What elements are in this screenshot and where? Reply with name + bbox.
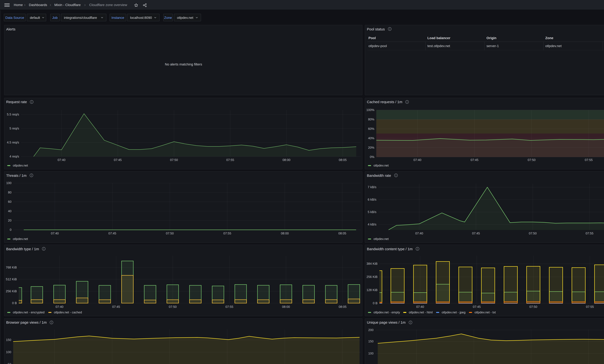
svg-text:07:50: 07:50 — [169, 305, 176, 309]
svg-text:80: 80 — [8, 190, 11, 194]
svg-text:otlpdev.net - encrypted: otlpdev.net - encrypted — [13, 311, 44, 314]
svg-text:otlpdev.net - html: otlpdev.net - html — [409, 311, 433, 314]
svg-text:08:00: 08:00 — [282, 158, 290, 162]
svg-text:08:00: 08:00 — [281, 232, 289, 235]
svg-text:otlpdev.net: otlpdev.net — [373, 163, 389, 167]
svg-text:0%: 0% — [370, 155, 374, 159]
svg-text:07:55: 07:55 — [223, 232, 231, 235]
svg-text:4 req/s: 4 req/s — [9, 154, 19, 158]
svg-text:08:05: 08:05 — [339, 305, 346, 309]
svg-text:Zone: Zone — [545, 36, 553, 40]
svg-text:08:00: 08:00 — [282, 305, 290, 309]
svg-text:384 KiB: 384 KiB — [366, 262, 378, 265]
svg-text:100%: 100% — [366, 108, 374, 112]
svg-text:5.5 req/s: 5.5 req/s — [7, 113, 19, 116]
svg-text:150: 150 — [6, 338, 11, 341]
svg-text:07:40: 07:40 — [51, 232, 59, 235]
svg-text:0: 0 — [10, 228, 11, 232]
svg-text:4 kB/s: 4 kB/s — [368, 223, 376, 226]
svg-text:07:45: 07:45 — [112, 305, 120, 309]
svg-text:20%: 20% — [368, 146, 374, 149]
svg-text:6 kB/s: 6 kB/s — [368, 198, 376, 201]
svg-text:40: 40 — [8, 209, 11, 213]
svg-text:60%: 60% — [368, 127, 374, 130]
svg-text:07:50: 07:50 — [528, 232, 537, 235]
svg-text:otlpdev.net - empty: otlpdev.net - empty — [373, 311, 400, 314]
svg-text:07:50: 07:50 — [170, 158, 178, 162]
svg-text:otlpdev.net - jpeg: otlpdev.net - jpeg — [441, 311, 466, 314]
svg-text:07:55: 07:55 — [585, 158, 592, 162]
svg-text:otlpdev.net: otlpdev.net — [13, 163, 28, 167]
svg-text:50: 50 — [8, 362, 11, 364]
svg-text:otlpdev.net: otlpdev.net — [545, 44, 562, 48]
svg-text:07:45: 07:45 — [472, 232, 480, 235]
svg-text:Load balancer: Load balancer — [427, 36, 450, 40]
svg-text:otlpdev.net - txt: otlpdev.net - txt — [474, 311, 496, 314]
svg-text:otlpdev-pool: otlpdev-pool — [368, 44, 387, 48]
svg-text:100: 100 — [6, 181, 11, 185]
svg-text:100: 100 — [368, 351, 373, 355]
svg-text:otlpdev.net: otlpdev.net — [13, 237, 28, 241]
svg-text:0 B: 0 B — [12, 301, 17, 305]
svg-text:07:40: 07:40 — [413, 158, 421, 162]
svg-text:07:40: 07:40 — [415, 232, 423, 235]
svg-text:256 KiB: 256 KiB — [6, 289, 17, 293]
svg-text:test.otlpdev.net: test.otlpdev.net — [427, 44, 450, 48]
svg-text:128 KiB: 128 KiB — [366, 288, 378, 292]
svg-text:7 kB/s: 7 kB/s — [368, 185, 376, 189]
svg-text:768 KiB: 768 KiB — [6, 265, 17, 269]
svg-text:40%: 40% — [368, 136, 374, 140]
svg-text:07:50: 07:50 — [166, 232, 174, 235]
svg-text:otlpdev.net: otlpdev.net — [373, 237, 389, 241]
svg-text:60: 60 — [8, 200, 11, 203]
svg-text:07:55: 07:55 — [585, 232, 593, 235]
svg-text:07:50: 07:50 — [529, 305, 537, 309]
svg-text:5 kB/s: 5 kB/s — [368, 210, 376, 214]
svg-text:20: 20 — [8, 219, 11, 222]
svg-text:Origin: Origin — [486, 36, 496, 40]
svg-text:07:40: 07:40 — [55, 305, 63, 309]
svg-text:200: 200 — [368, 328, 373, 332]
svg-text:08:05: 08:05 — [338, 232, 346, 235]
svg-text:07:55: 07:55 — [225, 305, 233, 309]
svg-text:No alerts matching filters: No alerts matching filters — [165, 63, 202, 66]
svg-text:512 KiB: 512 KiB — [6, 277, 17, 281]
svg-text:07:45: 07:45 — [470, 158, 478, 162]
svg-text:otlpdev.net - cached: otlpdev.net - cached — [54, 311, 82, 314]
svg-text:08:05: 08:05 — [339, 158, 346, 162]
svg-text:07:45: 07:45 — [108, 232, 116, 235]
svg-text:07:55: 07:55 — [226, 158, 234, 162]
svg-text:07:50: 07:50 — [528, 158, 535, 162]
svg-text:07:55: 07:55 — [586, 305, 594, 309]
svg-text:Pool: Pool — [368, 36, 376, 40]
svg-text:07:40: 07:40 — [416, 305, 424, 309]
svg-text:80%: 80% — [368, 117, 374, 121]
svg-text:4.5 req/s: 4.5 req/s — [7, 140, 19, 144]
svg-text:07:40: 07:40 — [58, 158, 65, 162]
svg-text:server-1: server-1 — [486, 44, 499, 48]
svg-text:100: 100 — [6, 350, 11, 354]
svg-text:07:45: 07:45 — [473, 305, 480, 309]
svg-text:150: 150 — [368, 339, 373, 343]
svg-text:07:45: 07:45 — [114, 158, 122, 162]
svg-text:5 req/s: 5 req/s — [9, 126, 19, 130]
svg-text:0 B: 0 B — [373, 301, 378, 305]
svg-text:50: 50 — [370, 364, 373, 364]
svg-text:256 KiB: 256 KiB — [366, 275, 378, 279]
